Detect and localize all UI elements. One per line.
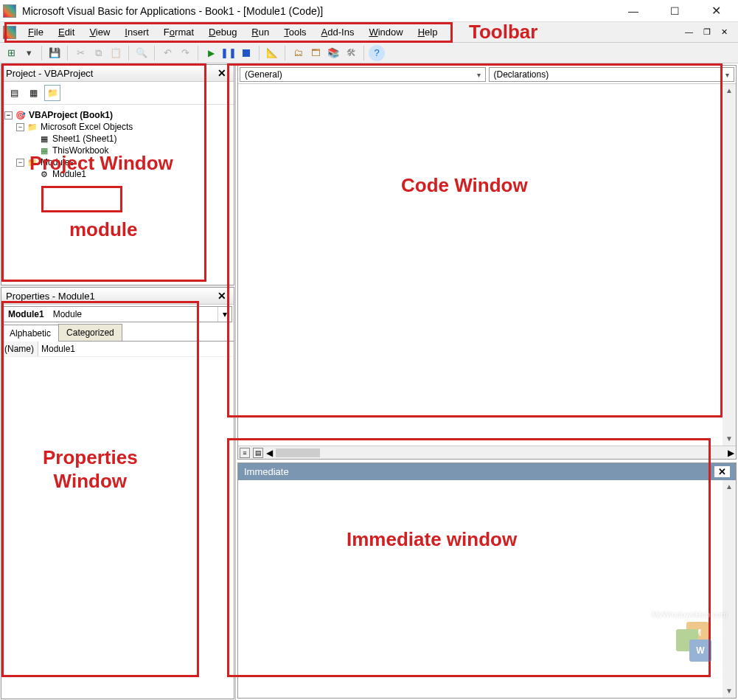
- find-icon[interactable]: 🔍: [133, 45, 150, 61]
- code-vertical-scrollbar[interactable]: ▲ ▼: [723, 84, 736, 446]
- tree-module1-label: Module1: [52, 169, 86, 179]
- project-explorer-icon[interactable]: 🗂: [290, 45, 306, 61]
- workbook-icon: ▦: [38, 145, 50, 156]
- close-button[interactable]: ✕: [703, 2, 729, 20]
- toolbox-icon[interactable]: 🛠: [343, 45, 359, 61]
- project-explorer-pane: Project - VBAProject ✕ ▤ ▦ 📁 − 🎯 VBAProj…: [1, 64, 234, 285]
- window-titlebar: Microsoft Visual Basic for Applications …: [0, 0, 738, 22]
- properties-title-text: Properties - Module1: [6, 291, 95, 302]
- project-tree[interactable]: − 🎯 VBAProject (Book1) − 📁 Microsoft Exc…: [1, 105, 234, 285]
- immediate-title-text: Immediate: [244, 466, 289, 477]
- project-explorer-title-text: Project - VBAProject: [6, 68, 94, 79]
- redo-icon[interactable]: ↷: [177, 45, 193, 61]
- menu-help[interactable]: Help: [411, 24, 445, 41]
- cut-icon[interactable]: ✂: [72, 45, 88, 61]
- property-name-value[interactable]: Module1: [38, 342, 234, 356]
- immediate-textarea[interactable]: [238, 480, 723, 698]
- scroll-down-icon[interactable]: ▼: [723, 432, 736, 446]
- code-editor-textarea[interactable]: [238, 84, 723, 446]
- dropdown-arrow-icon[interactable]: ▾: [217, 307, 232, 322]
- expand-toggle-icon[interactable]: −: [16, 159, 24, 167]
- help-icon[interactable]: ?: [369, 45, 385, 61]
- reset-icon[interactable]: [238, 45, 254, 61]
- properties-close-icon[interactable]: ✕: [215, 290, 229, 302]
- scroll-right-icon[interactable]: ▶: [728, 448, 734, 458]
- menu-bar: File Edit View Insert Format Debug Run T…: [0, 22, 738, 43]
- expand-toggle-icon[interactable]: −: [16, 123, 24, 131]
- minimize-button[interactable]: —: [620, 2, 647, 20]
- scroll-thumb[interactable]: [276, 448, 320, 457]
- undo-icon[interactable]: ↶: [159, 45, 175, 61]
- project-explorer-close-icon[interactable]: ✕: [215, 67, 229, 79]
- watermark-text: MyWindowsHub.com: [652, 610, 728, 619]
- tree-vbaproject[interactable]: − 🎯 VBAProject (Book1): [4, 109, 231, 121]
- scroll-down-icon[interactable]: ▼: [723, 685, 736, 698]
- menu-format[interactable]: Format: [156, 24, 201, 41]
- menu-addins[interactable]: Add-Ins: [314, 24, 362, 41]
- code-window: (General) ▾ (Declarations) ▾ ▲ ▼: [237, 65, 737, 460]
- properties-object-name: Module1: [4, 307, 49, 322]
- menu-window[interactable]: Window: [361, 24, 410, 41]
- properties-object-selector[interactable]: Module1 Module ▾: [3, 306, 232, 322]
- paste-icon[interactable]: 📋: [108, 45, 124, 61]
- property-row-name[interactable]: (Name) Module1: [1, 342, 234, 357]
- immediate-close-icon[interactable]: ✕: [714, 466, 730, 477]
- mdi-close-button[interactable]: ✕: [718, 26, 731, 38]
- immediate-vertical-scrollbar[interactable]: ▲ ▼: [723, 480, 736, 698]
- menu-view[interactable]: View: [82, 24, 117, 41]
- watermark-logo: M W: [676, 622, 717, 663]
- copy-icon[interactable]: ⧉: [90, 45, 106, 61]
- scroll-up-icon[interactable]: ▲: [723, 480, 736, 493]
- object-browser-icon[interactable]: 📚: [325, 45, 341, 61]
- menu-debug[interactable]: Debug: [201, 24, 244, 41]
- properties-grid[interactable]: (Name) Module1: [1, 342, 234, 699]
- procedure-view-icon[interactable]: ≡: [240, 448, 250, 458]
- toggle-folders-icon[interactable]: 📁: [44, 85, 60, 101]
- tree-excel-objects-label: Microsoft Excel Objects: [41, 122, 133, 132]
- tab-alphabetic[interactable]: Alphabetic: [1, 325, 59, 342]
- module-icon: ⚙: [38, 169, 50, 179]
- code-procedure-dropdown[interactable]: (Declarations) ▾: [489, 67, 735, 82]
- code-object-dropdown[interactable]: (General) ▾: [240, 67, 486, 82]
- immediate-title-bar[interactable]: Immediate ✕: [238, 463, 736, 480]
- menu-run[interactable]: Run: [244, 24, 276, 41]
- menu-file[interactable]: File: [21, 24, 51, 41]
- properties-title: Properties - Module1 ✕: [1, 288, 234, 305]
- mdi-restore-button[interactable]: ❐: [700, 26, 714, 38]
- tree-module1[interactable]: ⚙ Module1: [4, 168, 231, 180]
- watermark-tile-w: W: [689, 640, 711, 662]
- save-icon[interactable]: 💾: [46, 45, 63, 61]
- design-mode-icon[interactable]: 📐: [264, 45, 280, 61]
- run-icon[interactable]: ▶: [203, 45, 219, 61]
- code-object-dropdown-value: (General): [245, 69, 282, 80]
- scroll-left-icon[interactable]: ◀: [266, 448, 273, 458]
- menu-tools[interactable]: Tools: [276, 24, 313, 41]
- dropdown-arrow-icon[interactable]: ▾: [725, 71, 729, 79]
- expand-toggle-icon[interactable]: −: [4, 111, 13, 119]
- break-icon[interactable]: ❚❚: [220, 45, 237, 61]
- full-module-view-icon[interactable]: ▤: [253, 448, 263, 458]
- tree-sheet1[interactable]: ▦ Sheet1 (Sheet1): [4, 133, 231, 145]
- tree-modules-label: Modules: [41, 157, 74, 167]
- tab-categorized[interactable]: Categorized: [58, 324, 122, 341]
- tree-excel-objects[interactable]: − 📁 Microsoft Excel Objects: [4, 121, 231, 133]
- view-object-icon[interactable]: ▦: [25, 85, 41, 101]
- project-explorer-title: Project - VBAProject ✕: [1, 65, 234, 82]
- tree-modules-folder[interactable]: − 📁 Modules: [4, 156, 231, 168]
- code-editor-area[interactable]: [238, 84, 723, 446]
- maximize-button[interactable]: ☐: [661, 2, 688, 20]
- window-title: Microsoft Visual Basic for Applications …: [22, 5, 620, 17]
- mdi-minimize-button[interactable]: —: [682, 26, 696, 38]
- menu-insert[interactable]: Insert: [117, 24, 156, 41]
- tree-thisworkbook[interactable]: ▦ ThisWorkbook: [4, 145, 231, 156]
- view-code-icon[interactable]: ▤: [6, 85, 22, 101]
- tree-sheet1-label: Sheet1 (Sheet1): [52, 134, 116, 144]
- vba-app-icon: [3, 4, 16, 18]
- tree-vbaproject-label: VBAProject (Book1): [29, 110, 113, 120]
- dropdown-arrow-icon[interactable]: ▾: [477, 71, 481, 79]
- insert-dropdown-icon[interactable]: ▾: [21, 45, 37, 61]
- view-excel-icon[interactable]: ⊞: [3, 45, 19, 61]
- menu-edit[interactable]: Edit: [51, 24, 82, 41]
- properties-window-icon[interactable]: 🗔: [307, 45, 324, 61]
- scroll-up-icon[interactable]: ▲: [723, 84, 736, 97]
